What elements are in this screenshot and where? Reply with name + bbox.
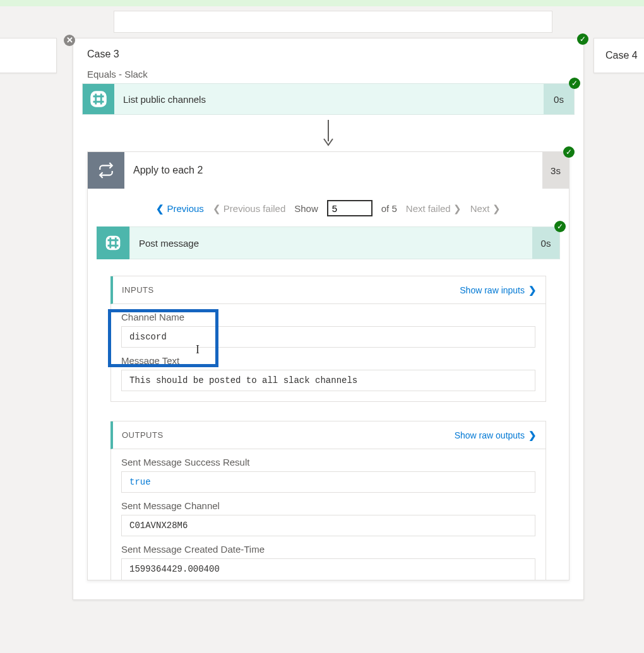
sent-channel-label: Sent Message Channel [121,500,535,511]
chevron-right-icon: ❯ [492,204,501,213]
action-post-message[interactable]: Post message 0s [97,226,560,259]
chevron-right-icon: ❯ [453,204,462,213]
svg-rect-0 [92,92,106,107]
pager-next-label: Next [470,203,490,214]
slack-icon [83,84,114,114]
case-card-main: ✕ ✓ Case 3 Equals - Slack List public ch… [73,38,584,600]
loop-duration: 3s [542,152,569,189]
inputs-title: INPUTS [122,285,154,295]
message-text-label: Message Text [121,355,535,366]
flow-arrow-icon [73,115,583,151]
pager-prev-label: Previous [167,203,203,214]
success-label: Sent Message Success Result [121,457,535,468]
pager-next-failed-label: Next failed [406,203,451,214]
case-condition: Equals - Slack [73,69,583,83]
previous-card-bottom [114,11,552,33]
case-card-right[interactable]: Case 4 ✓ [593,38,644,73]
field-sent-channel: Sent Message Channel C01AVNX28M6 [111,493,546,536]
pager-next-failed[interactable]: Next failed ❯ [406,203,462,214]
action-duration: 0s [532,226,560,259]
case-card-left[interactable] [0,38,57,73]
action-label: Post message [129,226,532,259]
message-text-value[interactable]: This should be posted to all slack chann… [121,370,535,391]
action-duration: 0s [544,84,574,114]
outputs-header: OUTPUTS Show raw outputs ❯ [110,421,546,449]
pager-next[interactable]: Next ❯ [470,203,501,214]
field-created-datetime: Sent Message Created Date-Time 159936442… [111,536,546,580]
chevron-right-icon: ❯ [528,430,537,440]
channel-name-label: Channel Name [121,312,535,322]
action-label: List public channels [114,84,544,114]
loop-header[interactable]: Apply to each 2 3s [88,152,569,189]
pager-previous[interactable]: ❮ Previous [156,203,203,214]
loop-icon [88,152,124,189]
show-raw-outputs-link[interactable]: Show raw outputs ❯ [455,430,537,440]
case-right-title: Case 4 [605,50,638,61]
svg-rect-2 [106,236,121,250]
loop-pagination: ❮ Previous ❮ Previous failed Show of 5 N… [88,189,569,226]
sent-channel-value[interactable]: C01AVNX28M6 [121,515,535,536]
inputs-header: INPUTS Show raw inputs ❯ [110,276,546,304]
close-icon[interactable]: ✕ [64,35,75,46]
pager-previous-failed[interactable]: ❮ Previous failed [213,203,285,214]
chevron-left-icon: ❮ [213,204,221,213]
field-channel-name: Channel Name discord [111,304,546,348]
success-banner [0,0,644,6]
chevron-right-icon: ❯ [528,285,537,295]
outputs-title: OUTPUTS [122,430,164,440]
pager-current-input[interactable] [327,200,373,216]
check-icon: ✓ [554,221,566,232]
raw-inputs-label: Show raw inputs [460,285,525,295]
created-value[interactable]: 1599364429.000400 [121,558,535,580]
loop-title: Apply to each 2 [124,152,542,189]
slack-icon [97,226,129,259]
raw-outputs-label: Show raw outputs [455,430,525,440]
channel-name-value[interactable]: discord [121,326,535,348]
check-icon: ✓ [563,146,575,158]
created-label: Sent Message Created Date-Time [121,544,535,555]
case-title: Case 3 [73,38,583,69]
field-success-result: Sent Message Success Result true [111,449,546,493]
chevron-left-icon: ❮ [156,204,164,213]
pager-of-label: of 5 [381,203,397,214]
inputs-panel: INPUTS Show raw inputs ❯ Channel Name di… [110,276,546,402]
outputs-panel: OUTPUTS Show raw outputs ❯ Sent Message … [110,421,546,580]
loop-card: ✓ Apply to each 2 3s ❮ Previous ❮ Pre [87,151,569,580]
success-value[interactable]: true [121,471,535,493]
field-message-text: Message Text This should be posted to al… [111,348,546,391]
action-list-channels[interactable]: List public channels 0s [82,83,575,115]
check-icon: ✓ [577,33,588,45]
pager-show-label: Show [294,203,318,214]
show-raw-inputs-link[interactable]: Show raw inputs ❯ [460,285,537,295]
pager-prev-failed-label: Previous failed [224,203,285,214]
check-icon: ✓ [569,78,580,89]
